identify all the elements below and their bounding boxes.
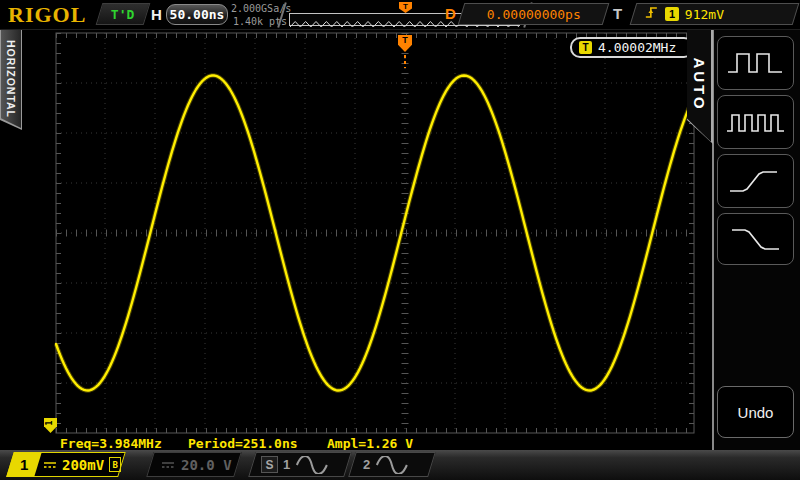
single-period-square-icon <box>724 45 788 81</box>
graticule-and-waveform <box>0 0 800 480</box>
channel1-scale: 200mV <box>62 457 104 473</box>
source-s-badge: S <box>261 456 278 473</box>
oscilloscope-screen: RIGOL T'D H 50.00ns 2.000GSa/s 1.40k pts… <box>0 0 800 480</box>
trigger-status-box: T'D <box>96 3 151 25</box>
falling-edge-button[interactable] <box>717 213 794 265</box>
counter-trigger-badge: T <box>579 41 592 54</box>
counter-value: 4.00002MHz <box>598 40 676 55</box>
delay-d-label: D <box>445 5 456 22</box>
trigger-position-icon[interactable]: T <box>399 2 412 13</box>
trigger-level-value: 912mV <box>685 7 724 22</box>
multi-period-square-icon <box>724 104 788 140</box>
horizontal-menu-tab: HORIZONTAL <box>0 30 22 130</box>
freq-measurement: Freq=3.984MHz <box>60 436 162 451</box>
dc-coupling-icon <box>43 460 57 470</box>
rising-edge-icon <box>724 163 788 199</box>
dc-coupling-icon <box>161 460 175 470</box>
sine-icon <box>295 456 329 474</box>
bandwidth-limit-badge: B <box>109 457 121 472</box>
horizontal-delay-readout[interactable]: 0.00000000ps <box>458 3 610 25</box>
source1-readout[interactable]: S 1 <box>248 452 352 477</box>
trigger-source-badge: 1 <box>665 7 679 21</box>
multi-period-button[interactable] <box>717 95 794 149</box>
single-period-button[interactable] <box>717 36 794 90</box>
timebase-readout[interactable]: 50.00ns <box>166 4 228 25</box>
source2-readout[interactable]: 2 <box>348 452 436 477</box>
trigger-t-label: T <box>613 5 622 22</box>
rising-slope-icon <box>644 5 659 24</box>
timebase-value: 50.00ns <box>170 7 225 22</box>
period-measurement: Period=251.0ns <box>188 436 298 451</box>
channel1-readout[interactable]: 1 200mV B <box>6 452 126 477</box>
auto-menu-tab-label: AUTO <box>691 55 708 115</box>
bottom-status-bar: 1 200mV B 2 20.0 V S 1 <box>0 450 800 480</box>
trigger-settings-readout[interactable]: 1 912mV <box>630 3 800 25</box>
channel2-readout[interactable]: 20.0 V <box>146 452 242 477</box>
horizontal-h-label: H <box>151 6 162 23</box>
trigger-status-label: T'D <box>111 7 134 22</box>
undo-button[interactable]: Undo <box>717 386 794 438</box>
channel1-badge: 1 <box>6 452 42 477</box>
top-status-bar: RIGOL T'D H 50.00ns 2.000GSa/s 1.40k pts… <box>0 0 800 30</box>
delay-value: 0.00000000ps <box>487 7 581 22</box>
rigol-logo: RIGOL <box>8 2 86 28</box>
frequency-counter: T 4.00002MHz <box>570 37 694 58</box>
horizontal-menu-tab-label: HORIZONTAL <box>5 35 17 123</box>
falling-edge-icon <box>724 221 788 257</box>
sine-icon <box>375 456 409 474</box>
channel2-scale: 20.0 V <box>181 457 232 473</box>
rising-edge-button[interactable] <box>717 154 794 208</box>
ampl-measurement: Ampl=1.26 V <box>327 436 413 451</box>
